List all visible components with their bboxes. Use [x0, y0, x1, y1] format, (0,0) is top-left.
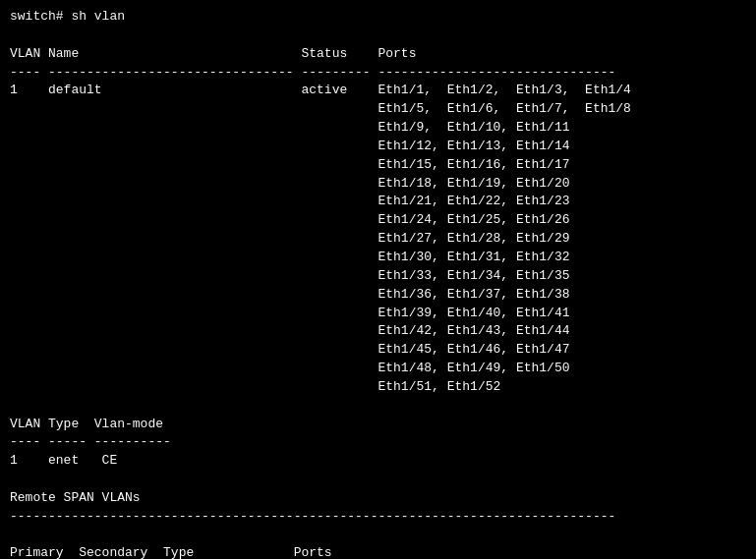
terminal-output: switch# sh vlan VLAN Name Status Ports -…	[10, 8, 746, 559]
